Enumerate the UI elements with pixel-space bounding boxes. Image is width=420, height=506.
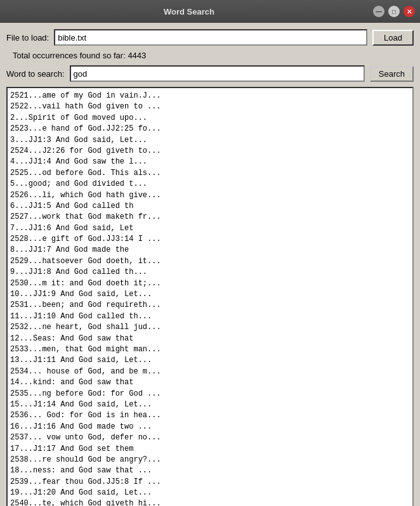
list-item: 7...JJ1:6 And God said, Let bbox=[10, 223, 410, 234]
status-row: Total occurrences found so far: 4443 bbox=[6, 51, 414, 60]
window-controls: — □ ✕ bbox=[373, 6, 415, 17]
list-item: 2532...ne heart, God shall jud... bbox=[10, 322, 410, 333]
file-label: File to load: bbox=[6, 33, 49, 42]
list-item: 6...JJ1:5 And God called th bbox=[10, 201, 410, 212]
list-item: 5...good; and God divided t... bbox=[10, 179, 410, 190]
title-bar: Word Search — □ ✕ bbox=[0, 0, 420, 23]
list-item: 2534... house of God, and be m... bbox=[10, 367, 410, 377]
list-item: 2531...been; and God requireth... bbox=[10, 300, 410, 311]
list-item: 11...J1:10 And God called th... bbox=[10, 311, 410, 322]
list-item: 2538...re should God be angry?... bbox=[10, 455, 410, 465]
list-item: 2523...e hand of God.JJ2:25 fo... bbox=[10, 124, 410, 134]
search-button[interactable]: Search bbox=[370, 66, 414, 82]
window-content: File to load: Load Total occurrences fou… bbox=[0, 23, 420, 506]
list-item: 2524...J2:26 for God giveth to... bbox=[10, 146, 410, 157]
list-item: 16...J1:16 And God made two ... bbox=[10, 422, 410, 432]
window-title: Word Search bbox=[164, 7, 214, 16]
word-input[interactable] bbox=[70, 65, 365, 82]
list-item: 4...JJ1:4 And God saw the l... bbox=[10, 157, 410, 167]
list-item: 2533...men, that God might man... bbox=[10, 344, 410, 355]
list-item: 17...J1:17 And God set them bbox=[10, 444, 410, 455]
word-row: Word to search: Search bbox=[6, 65, 414, 82]
list-item: 12...Seas: And God saw that bbox=[10, 334, 410, 344]
list-item: 3...JJ1:3 And God said, Let... bbox=[10, 135, 410, 146]
list-item: 2521...ame of my God in vain.J... bbox=[10, 91, 410, 101]
load-button[interactable]: Load bbox=[372, 30, 414, 46]
close-button[interactable]: ✕ bbox=[404, 6, 415, 17]
list-item: 2522...vail hath God given to ... bbox=[10, 101, 410, 112]
list-item: 8...JJ1:7 And God made the bbox=[10, 245, 410, 256]
status-count: 4443 bbox=[128, 51, 146, 60]
list-item: 2526...li, which God hath give... bbox=[10, 190, 410, 201]
results-list[interactable]: 2521...ame of my God in vain.J...2522...… bbox=[8, 88, 412, 506]
minimize-button[interactable]: — bbox=[373, 6, 384, 17]
list-item: 2527...work that God maketh fr... bbox=[10, 212, 410, 223]
maximize-button[interactable]: □ bbox=[388, 6, 400, 17]
results-container: 2521...ame of my God in vain.J...2522...… bbox=[6, 87, 414, 506]
list-item: 2539...fear thou God.JJ5:8 If ... bbox=[10, 477, 410, 488]
file-input[interactable] bbox=[54, 29, 367, 46]
list-item: 2535...ng before God: for God ... bbox=[10, 389, 410, 399]
list-item: 2529...hatsoever God doeth, it... bbox=[10, 256, 410, 267]
list-item: 2525...od before God. This als... bbox=[10, 168, 410, 179]
list-item: 2530...m it: and God doeth it;... bbox=[10, 278, 410, 289]
list-item: 18...ness: and God saw that ... bbox=[10, 465, 410, 476]
word-label: Word to search: bbox=[6, 69, 65, 79]
list-item: 13...J1:11 And God said, Let... bbox=[10, 355, 410, 366]
list-item: 9...JJ1:8 And God called th... bbox=[10, 267, 410, 278]
status-label: Total occurrences found so far: 4443 bbox=[13, 51, 146, 60]
list-item: 2540...te, which God giveth hi... bbox=[10, 498, 410, 506]
list-item: 10...JJ1:9 And God said, Let... bbox=[10, 289, 410, 300]
list-item: 2...Spirit of God moved upo... bbox=[10, 113, 410, 124]
list-item: 15...J1:14 And God said, Let... bbox=[10, 399, 410, 410]
list-item: 14...kind: and God saw that bbox=[10, 377, 410, 388]
list-item: 19...J1:20 And God said, Let... bbox=[10, 488, 410, 498]
file-row: File to load: Load bbox=[6, 29, 414, 46]
list-item: 2528...e gift of God.JJ3:14 I ... bbox=[10, 234, 410, 245]
list-item: 2537... vow unto God, defer no... bbox=[10, 432, 410, 443]
list-item: 2536... God: for God is in hea... bbox=[10, 410, 410, 421]
